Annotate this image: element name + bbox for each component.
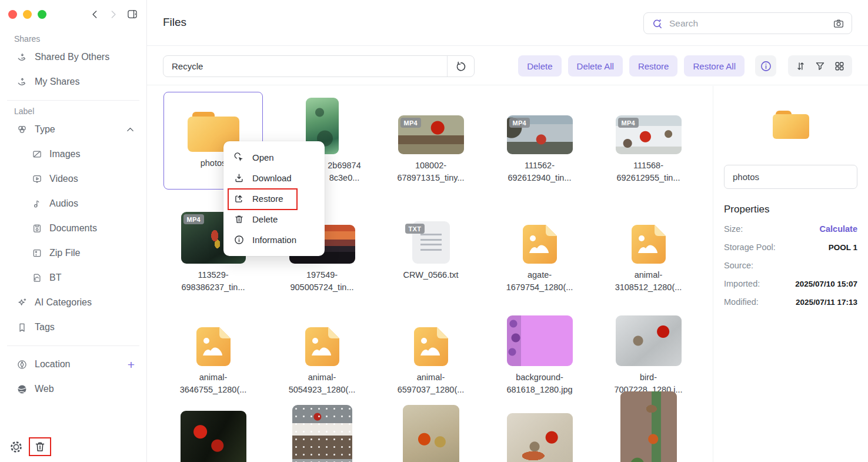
- delete-button[interactable]: Delete: [518, 55, 561, 77]
- grid-item[interactable]: MP4 111562-692612940_tin...: [485, 92, 594, 201]
- restore-button[interactable]: Restore: [629, 55, 678, 77]
- sidebar-item-zip-file[interactable]: Zip File: [0, 241, 146, 265]
- grid-item[interactable]: animal-3646755_1280(...: [159, 304, 268, 408]
- search-box[interactable]: [643, 12, 852, 34]
- sidebar-item-bt[interactable]: BT: [0, 265, 146, 290]
- bt-icon: [32, 272, 42, 283]
- close-window-button[interactable]: [8, 10, 17, 19]
- grid-item[interactable]: animal-5054923_1280(...: [268, 304, 376, 408]
- forward-button[interactable]: [108, 9, 118, 19]
- label-section-heading: Label: [0, 107, 146, 116]
- sidebar-item-type[interactable]: Type: [0, 117, 146, 142]
- photo-thumbnail: [292, 405, 352, 462]
- minimize-window-button[interactable]: [23, 10, 32, 19]
- photo-thumbnail: [620, 391, 677, 462]
- grid-view-icon[interactable]: [834, 61, 845, 72]
- property-row-imported: Imported: 2025/07/10 15:07: [724, 279, 857, 288]
- file-thumbnail: [196, 304, 231, 366]
- sidebar-item-ai-categories[interactable]: AI Categories: [0, 290, 146, 315]
- grid-item[interactable]: agate-1679754_1280(...: [485, 201, 594, 304]
- property-value: POOL 1: [829, 243, 857, 252]
- sidebar-item-tags[interactable]: Tags: [0, 315, 146, 340]
- calculate-link[interactable]: Calculate: [820, 224, 857, 234]
- settings-gear-icon[interactable]: [9, 440, 23, 454]
- sidebar-item-web[interactable]: Web: [0, 377, 146, 401]
- restore-all-button[interactable]: Restore All: [684, 55, 745, 77]
- grid-item[interactable]: MP4 108002-678971315_tiny...: [376, 92, 485, 201]
- toggle-sidebar-icon[interactable]: [126, 8, 138, 20]
- info-icon: [233, 234, 245, 245]
- grid-item[interactable]: TXT CRW_0566.txt: [376, 201, 485, 304]
- sidebar-bottom-bar: [9, 437, 51, 456]
- sidebar-item-audios[interactable]: Audios: [0, 191, 146, 216]
- file-name-input[interactable]: [724, 165, 857, 189]
- back-button[interactable]: [90, 9, 100, 19]
- context-menu-item-information[interactable]: Information: [228, 230, 320, 250]
- chevron-up-icon[interactable]: [126, 125, 135, 134]
- grid-item[interactable]: animal-3108512_1280(...: [594, 201, 703, 304]
- sidebar-item-label: Documents: [49, 223, 97, 234]
- path-box: [163, 55, 475, 77]
- filter-icon[interactable]: [814, 61, 826, 72]
- grid-item[interactable]: [594, 408, 703, 462]
- refresh-icon[interactable]: [447, 56, 474, 77]
- context-menu-item-delete[interactable]: Delete: [228, 209, 320, 230]
- file-type-badge: MP4: [618, 118, 639, 128]
- context-menu-label: Delete: [252, 214, 278, 224]
- file-name: 108002-678971315_tiny...: [397, 159, 464, 184]
- grid-item[interactable]: [485, 408, 594, 462]
- context-menu-item-download[interactable]: Download: [228, 168, 320, 188]
- grid-item[interactable]: [159, 408, 268, 462]
- grid-item[interactable]: MP4 111568-692612955_tin...: [594, 92, 703, 201]
- context-menu-item-open[interactable]: Open: [228, 147, 320, 168]
- path-input[interactable]: [163, 61, 447, 71]
- recycle-bin-icon[interactable]: [34, 440, 46, 453]
- image-file-icon: [523, 225, 557, 264]
- property-value: 2025/07/11 17:13: [796, 298, 857, 307]
- grid-item[interactable]: [268, 408, 376, 462]
- sidebar-item-label: Web: [35, 384, 54, 394]
- grid-item[interactable]: background-681618_1280.jpg: [485, 304, 594, 408]
- grid-item[interactable]: [376, 408, 485, 462]
- view-controls: [788, 55, 852, 77]
- add-location-button[interactable]: +: [128, 358, 135, 371]
- sidebar-divider: [7, 345, 139, 346]
- file-name: background-681618_1280.jpg: [506, 371, 572, 396]
- sort-icon[interactable]: [795, 61, 806, 72]
- sidebar-item-images[interactable]: Images: [0, 142, 146, 167]
- file-name: photos: [201, 157, 226, 169]
- file-thumbnail: MP4: [507, 92, 573, 154]
- photo-thumbnail: [181, 411, 246, 462]
- sidebar-item-location[interactable]: Location +: [0, 352, 146, 377]
- file-type-badge: MP4: [509, 118, 530, 128]
- location-globe-icon: [16, 359, 28, 370]
- photo-thumbnail: MP4: [398, 115, 464, 154]
- sidebar-item-videos[interactable]: Videos: [0, 167, 146, 191]
- file-thumbnail: MP4: [398, 92, 464, 154]
- header: Files: [147, 0, 868, 46]
- property-label: Size:: [724, 224, 743, 234]
- context-menu-item-restore[interactable]: Restore: [228, 188, 320, 209]
- photo-thumbnail: MP4: [616, 115, 682, 154]
- delete-all-button[interactable]: Delete All: [568, 55, 623, 77]
- audios-icon: [32, 198, 42, 209]
- share-sent-icon: [16, 77, 28, 88]
- property-label: Imported:: [724, 279, 760, 288]
- property-label: Modified:: [724, 297, 759, 307]
- web-globe-icon: [16, 384, 28, 395]
- camera-search-icon[interactable]: [833, 18, 844, 29]
- sidebar-item-shared-by-others[interactable]: Shared By Others: [0, 45, 146, 69]
- sidebar-item-documents[interactable]: Documents: [0, 216, 146, 241]
- sidebar-item-my-shares[interactable]: My Shares: [0, 69, 146, 94]
- file-name: animal-3646755_1280(...: [180, 371, 247, 396]
- file-name: 111568-692612955_tin...: [616, 159, 680, 184]
- selected-folder-icon: [724, 111, 857, 139]
- search-input[interactable]: [668, 18, 833, 29]
- grid-item[interactable]: animal-6597037_1280(...: [376, 304, 485, 408]
- file-name: animal-6597037_1280(...: [398, 371, 465, 396]
- photo-thumbnail: MP4: [507, 115, 573, 154]
- info-button[interactable]: [755, 55, 776, 77]
- zoom-window-button[interactable]: [38, 10, 46, 19]
- trash-icon: [233, 214, 245, 225]
- toolbar-actions: Delete Delete All Restore Restore All: [518, 55, 852, 77]
